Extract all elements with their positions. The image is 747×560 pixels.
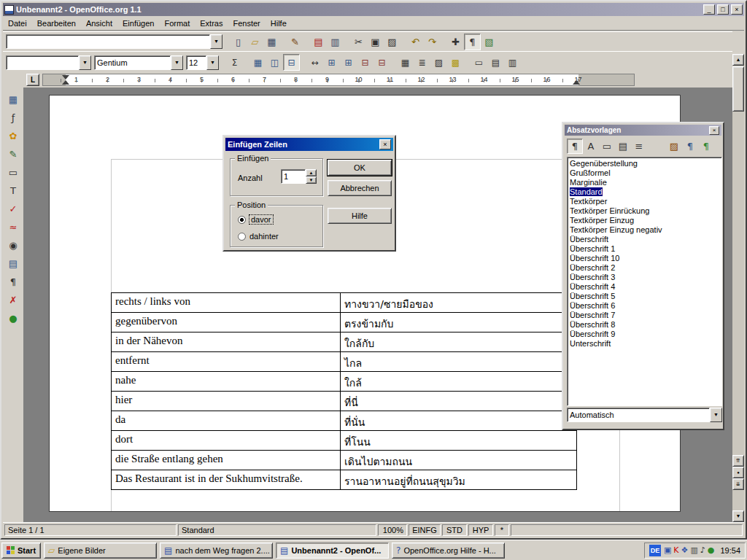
line-style-icon[interactable]: ≣ (414, 54, 430, 71)
form-functions-icon[interactable]: ▭ (4, 164, 22, 181)
stylist-close-button[interactable]: × (709, 126, 719, 135)
style-list-item[interactable]: Gegenüberstellung (568, 159, 721, 168)
style-list-item[interactable]: Unterschrift (568, 339, 721, 349)
close-button[interactable]: × (731, 4, 743, 15)
spin-up-button[interactable]: ▲ (306, 169, 317, 176)
insert-icon[interactable]: ▦ (4, 91, 22, 108)
navigation-button[interactable]: ● (732, 467, 744, 478)
update-style-icon[interactable]: ¶ (698, 139, 714, 154)
horizontal-ruler[interactable]: 1234567891011121314151617 (42, 73, 635, 87)
online-layout-icon[interactable]: ● (4, 310, 22, 327)
table-cell-thai[interactable]: ที่นั่น (341, 411, 576, 430)
taskbar-task-button[interactable]: ▤ nach dem Weg fragen 2.... (160, 542, 273, 559)
navigator-icon[interactable]: ✚ (447, 34, 464, 50)
table-cell-german[interactable]: nahe (112, 372, 341, 391)
style-name[interactable]: Überschrift (570, 235, 608, 244)
style-list-item[interactable]: Überschrift 10 (568, 254, 721, 263)
style-name[interactable]: Marginalie (570, 178, 607, 187)
style-name[interactable]: Überschrift 10 (570, 254, 619, 262)
font-name-input[interactable] (94, 55, 171, 70)
previous-page-button[interactable]: ⇈ (732, 455, 744, 467)
scroll-up-button[interactable]: ▲ (732, 54, 744, 66)
table-cell-german[interactable]: dort (112, 431, 341, 450)
first-line-indent-marker[interactable] (62, 75, 69, 79)
table-cell-german[interactable]: hier (112, 392, 341, 411)
data-sources-icon[interactable]: ▤ (4, 255, 22, 272)
edit-file-icon[interactable]: ✎ (287, 34, 303, 50)
paragraph-styles-icon[interactable]: ¶ (567, 139, 583, 154)
paragraph-style-input[interactable] (6, 55, 79, 70)
table-row[interactable]: die Straße entlang gehen เดินไปตามถนน (112, 451, 576, 470)
table-cell-thai[interactable]: รานอาหานอยู่ที่ถนนสุขุมวิม (341, 470, 576, 489)
find-replace-icon[interactable]: ◉ (4, 237, 22, 254)
dialog-titlebar[interactable]: Einfügen Zeilen × (225, 138, 393, 151)
menu-item[interactable]: Hilfe (266, 17, 292, 30)
style-name[interactable]: Überschrift 7 (570, 311, 615, 319)
start-button[interactable]: Start (1, 542, 41, 559)
table-cell-thai[interactable]: ใกล้ (341, 372, 576, 391)
quickstarter-icon[interactable]: ❖ (681, 546, 689, 554)
table-cell-german[interactable]: gegenübervon (112, 313, 341, 332)
style-list-item[interactable]: Überschrift 3 (568, 273, 721, 282)
character-styles-icon[interactable]: A (583, 139, 599, 154)
radio-after-label[interactable]: dahinter (249, 232, 279, 241)
table-cell-thai[interactable]: ที่นี่ (341, 392, 576, 411)
table-cell-thai[interactable]: ตรงข้ามกับ (341, 313, 576, 332)
graphics-onoff-icon[interactable]: ✗ (4, 292, 22, 308)
spellcheck-icon[interactable]: ✓ (4, 201, 22, 217)
menu-item[interactable]: Datei (3, 17, 32, 30)
sum-icon[interactable]: Σ (226, 54, 243, 71)
style-name[interactable]: Textkörper Einzug (570, 216, 634, 225)
merge-table-icon[interactable]: ▤ (487, 54, 504, 71)
insert-fields-icon[interactable]: ƒ (4, 109, 22, 126)
table-row[interactable]: hier ที่นี่ (112, 392, 576, 411)
status-insert-mode[interactable]: EINFG (409, 524, 441, 536)
font-name-dropdown-button[interactable]: ▼ (171, 55, 183, 70)
table-cell-thai[interactable]: ทางขวา/ซายมือของ (341, 293, 576, 312)
printer-icon[interactable]: ▥ (690, 546, 697, 554)
network-icon[interactable]: ● (708, 546, 715, 554)
vertical-scrollbar[interactable]: ▲ ⇈ ● ⇊ ▼ (732, 54, 744, 522)
style-list-item[interactable]: Überschrift 9 (568, 330, 721, 339)
stylist-titlebar[interactable]: Absatzvorlagen × (565, 125, 721, 136)
style-list-item[interactable]: Überschrift (568, 235, 721, 244)
style-list-item[interactable]: Textkörper Einzug (568, 216, 721, 225)
optimize-icon[interactable]: ↔ (306, 54, 323, 71)
style-list-item[interactable]: Überschrift 4 (568, 282, 721, 292)
new-style-from-selection-icon[interactable]: ¶ (682, 139, 698, 154)
url-dropdown-button[interactable]: ▼ (210, 34, 222, 49)
font-size-input[interactable] (186, 55, 206, 70)
style-list-item[interactable]: Überschrift 7 (568, 311, 721, 320)
style-name[interactable]: Grußformel (570, 168, 611, 177)
window-titlebar[interactable]: Unbenannt2 - OpenOffice.org 1.1 _ □ × (3, 3, 744, 16)
minimize-button[interactable]: _ (703, 4, 715, 15)
table-row[interactable]: entfernt ไกล (112, 352, 576, 372)
table-cell-german[interactable]: in der Nähevon (112, 332, 341, 351)
status-selection-mode[interactable]: STD (442, 524, 467, 536)
delete-row-icon[interactable]: ⊟ (357, 54, 374, 71)
style-list-item[interactable]: Standard (568, 187, 721, 197)
insert-frame-icon[interactable]: ▭ (471, 54, 487, 71)
cancel-button[interactable]: Abbrechen (328, 180, 392, 196)
table-cell-thai[interactable]: ใกล้กับ (341, 332, 576, 351)
style-name[interactable]: Überschrift 3 (570, 273, 615, 281)
style-name[interactable]: Textkörper Einrückung (570, 206, 649, 215)
language-indicator[interactable]: DE (649, 545, 661, 556)
scrollbar-thumb[interactable] (732, 66, 744, 112)
insert-column-icon[interactable]: ⊞ (340, 54, 357, 71)
table-properties-icon[interactable]: ▥ (504, 54, 521, 71)
table-row[interactable]: dort ที่โนน (112, 431, 576, 451)
ok-button[interactable]: OK (328, 160, 392, 176)
table-cell-thai[interactable]: ไกล (341, 352, 576, 371)
table-cell-german[interactable]: entfernt (112, 352, 341, 371)
menu-item[interactable]: Fenster (228, 17, 265, 30)
radio-after[interactable] (238, 233, 246, 241)
radio-before-label[interactable]: davor (249, 215, 273, 224)
taskbar-task-button[interactable]: ▤ Unbenannt2 - OpenOf... (276, 542, 389, 559)
style-list-item[interactable]: Überschrift 6 (568, 301, 721, 311)
status-zoom[interactable]: 100% (378, 524, 407, 536)
background-color-icon[interactable]: ▩ (447, 54, 464, 71)
borders-icon[interactable]: ▦ (397, 54, 414, 71)
merge-cells-icon[interactable]: ▦ (249, 54, 266, 71)
new-document-icon[interactable]: ▯ (230, 34, 247, 50)
